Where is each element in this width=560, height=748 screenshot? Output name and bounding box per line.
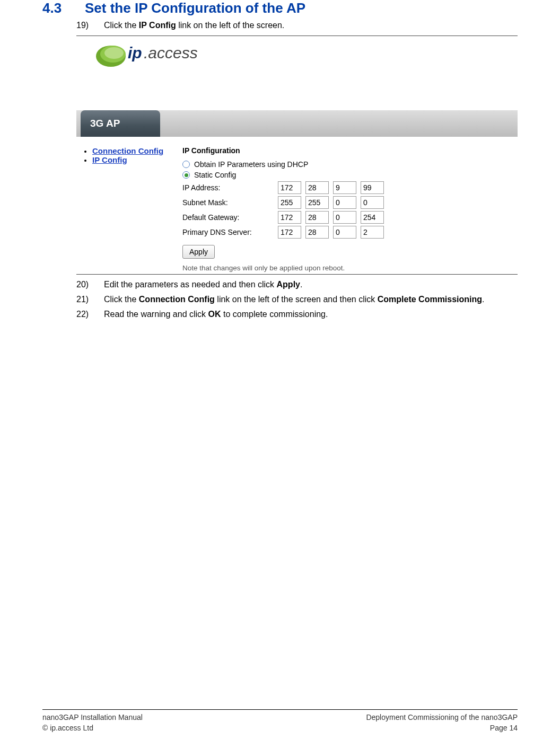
step-19: 19) Click the IP Config link on the left… — [76, 21, 518, 30]
dns-oct-3[interactable] — [333, 226, 356, 239]
step-number: 22) — [76, 310, 104, 319]
ip-config-link[interactable]: IP Config — [92, 155, 127, 164]
ss-header: ip .access 3G AP — [76, 36, 518, 137]
step-number: 19) — [76, 21, 104, 30]
form-legend: IP Configuration — [182, 146, 518, 155]
radio-static-label: Static Config — [194, 171, 236, 179]
radio-static-row[interactable]: Static Config — [182, 171, 518, 179]
step-text: Click the Connection Config link on the … — [104, 295, 518, 304]
ipaddr-oct-4[interactable] — [361, 181, 384, 194]
gateway-oct-2[interactable] — [305, 211, 329, 224]
radio-static[interactable] — [182, 171, 190, 179]
row-ipaddress: IP Address: — [182, 181, 518, 194]
connection-config-link[interactable]: Connection Config — [92, 146, 163, 155]
step-text: Read the warning and click OK to complet… — [104, 310, 518, 319]
logo-access-text: .access — [144, 44, 198, 61]
section-number: 4.3 — [42, 0, 85, 16]
embedded-screenshot: ip .access 3G AP Connection Config IP Co… — [76, 36, 518, 275]
step-number: 21) — [76, 295, 104, 304]
gateway-label: Default Gateway: — [182, 213, 278, 222]
footer-left: nano3GAP Installation Manual © ip.access… — [42, 713, 143, 732]
step-text: Click the IP Config link on the left of … — [104, 21, 518, 30]
ipaddr-oct-1[interactable] — [278, 181, 301, 194]
sidebar-item-connection[interactable]: Connection Config — [92, 146, 177, 155]
footer-right: Deployment Commissioning of the nano3GAP… — [366, 713, 518, 732]
ipaddr-oct-3[interactable] — [333, 181, 356, 194]
row-dns: Primary DNS Server: — [182, 226, 518, 239]
step-20: 20) Edit the parameters as needed and th… — [76, 280, 518, 289]
apply-button[interactable]: Apply — [182, 245, 215, 259]
svg-point-2 — [104, 47, 124, 59]
dns-oct-2[interactable] — [305, 226, 329, 239]
radio-dhcp-row[interactable]: Obtain IP Parameters using DHCP — [182, 160, 518, 169]
subnet-oct-4[interactable] — [361, 196, 384, 209]
logo-ip-text: ip — [128, 44, 142, 61]
row-subnet: Subnet Mask: — [182, 196, 518, 209]
step-22: 22) Read the warning and click OK to com… — [76, 310, 518, 319]
footer-page-number: Page 14 — [366, 724, 518, 732]
dns-oct-1[interactable] — [278, 226, 301, 239]
radio-dhcp-label: Obtain IP Parameters using DHCP — [194, 160, 308, 169]
apply-note: Note that changes will only be applied u… — [182, 264, 518, 272]
ipaddr-oct-2[interactable] — [305, 181, 329, 194]
ipaddress-label: IP Address: — [182, 183, 278, 192]
row-gateway: Default Gateway: — [182, 211, 518, 224]
step-number: 20) — [76, 280, 104, 289]
gateway-oct-4[interactable] — [361, 211, 384, 224]
subnet-oct-3[interactable] — [333, 196, 356, 209]
dns-label: Primary DNS Server: — [182, 228, 278, 236]
page-footer: nano3GAP Installation Manual © ip.access… — [42, 709, 518, 732]
subnet-oct-1[interactable] — [278, 196, 301, 209]
section-title: Set the IP Configuration of the AP — [85, 0, 305, 16]
radio-dhcp[interactable] — [182, 161, 190, 168]
tab-bar: 3G AP — [76, 110, 518, 137]
radio-dot-icon — [185, 173, 188, 177]
subnet-label: Subnet Mask: — [182, 198, 278, 207]
step-21: 21) Click the Connection Config link on … — [76, 295, 518, 304]
sidebar: Connection Config IP Config — [76, 146, 177, 272]
footer-copyright: © ip.access Ltd — [42, 724, 143, 732]
dns-oct-4[interactable] — [361, 226, 384, 239]
section-heading: 4.3Set the IP Configuration of the AP — [42, 0, 518, 16]
gateway-oct-1[interactable] — [278, 211, 301, 224]
logo: ip .access — [95, 36, 212, 75]
sidebar-item-ipconfig[interactable]: IP Config — [92, 155, 177, 164]
footer-manual-title: nano3GAP Installation Manual — [42, 713, 143, 721]
gateway-oct-3[interactable] — [333, 211, 356, 224]
ip-config-form: IP Configuration Obtain IP Parameters us… — [182, 146, 518, 272]
footer-chapter: Deployment Commissioning of the nano3GAP — [366, 713, 518, 721]
tab-3gap[interactable]: 3G AP — [81, 110, 160, 137]
subnet-oct-2[interactable] — [305, 196, 329, 209]
step-text: Edit the parameters as needed and then c… — [104, 280, 518, 289]
